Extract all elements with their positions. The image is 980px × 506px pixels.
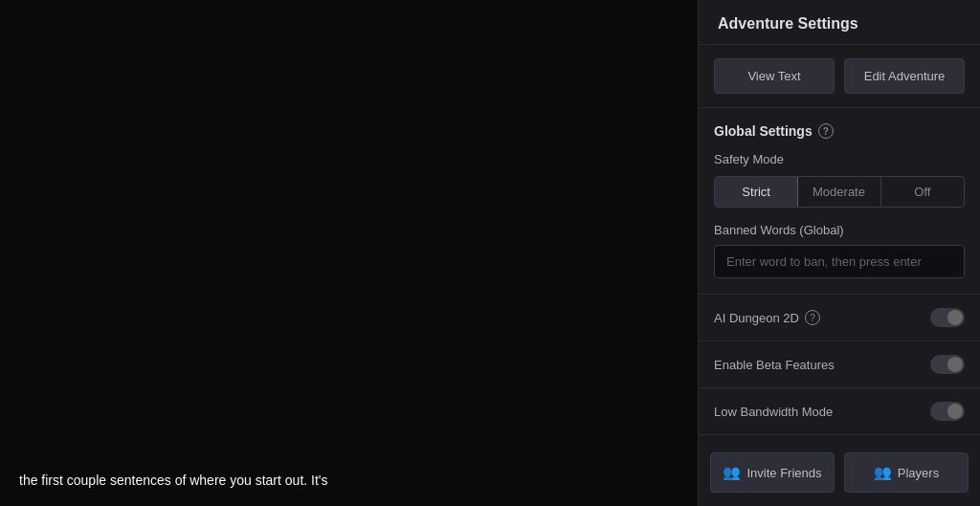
global-settings-title: Global Settings ? — [714, 123, 965, 139]
adventure-settings-title: Adventure Settings — [718, 15, 858, 32]
invite-friends-label: Invite Friends — [746, 466, 821, 480]
ai-dungeon-2d-label: AI Dungeon 2D ? — [714, 310, 820, 325]
banned-words-label: Banned Words (Global) — [714, 223, 965, 237]
edit-adventure-button[interactable]: Edit Adventure — [844, 58, 965, 94]
story-text: the first couple sentences of where you … — [19, 471, 328, 491]
global-settings-help-icon[interactable]: ? — [818, 123, 834, 139]
players-button[interactable]: 👥 Players — [844, 452, 969, 493]
enable-beta-toggle[interactable] — [930, 355, 965, 374]
players-icon: 👥 — [874, 464, 892, 481]
enable-beta-row: Enable Beta Features — [699, 341, 980, 388]
invite-friends-button[interactable]: 👥 Invite Friends — [710, 452, 835, 493]
safety-off-button[interactable]: Off — [881, 177, 964, 207]
ai-dungeon-2d-toggle[interactable] — [930, 308, 965, 327]
view-text-button[interactable]: View Text — [714, 58, 835, 94]
action-buttons-row: View Text Edit Adventure — [699, 45, 980, 108]
enable-beta-label: Enable Beta Features — [714, 358, 835, 372]
story-panel: the first couple sentences of where you … — [0, 0, 698, 506]
ai-dungeon-help-icon[interactable]: ? — [805, 310, 820, 325]
ai-dungeon-2d-row: AI Dungeon 2D ? — [699, 295, 980, 341]
low-bandwidth-row: Low Bandwidth Mode — [699, 388, 980, 435]
safety-strict-button[interactable]: Strict — [714, 176, 798, 208]
banned-words-input[interactable] — [714, 245, 965, 278]
safety-mode-group: Strict Moderate Off — [714, 176, 965, 208]
safety-mode-label: Safety Mode — [714, 152, 965, 166]
players-label: Players — [898, 466, 939, 480]
settings-panel: Adventure Settings View Text Edit Advent… — [698, 0, 980, 506]
adventure-settings-header: Adventure Settings — [699, 0, 980, 45]
safety-moderate-button[interactable]: Moderate — [797, 177, 880, 207]
global-settings-section: Global Settings ? Safety Mode Strict Mod… — [699, 108, 980, 295]
low-bandwidth-toggle[interactable] — [930, 402, 965, 421]
bottom-actions-row: 👥 Invite Friends 👥 Players — [699, 439, 980, 506]
low-bandwidth-label: Low Bandwidth Mode — [714, 405, 833, 419]
invite-friends-icon: 👥 — [723, 464, 741, 481]
